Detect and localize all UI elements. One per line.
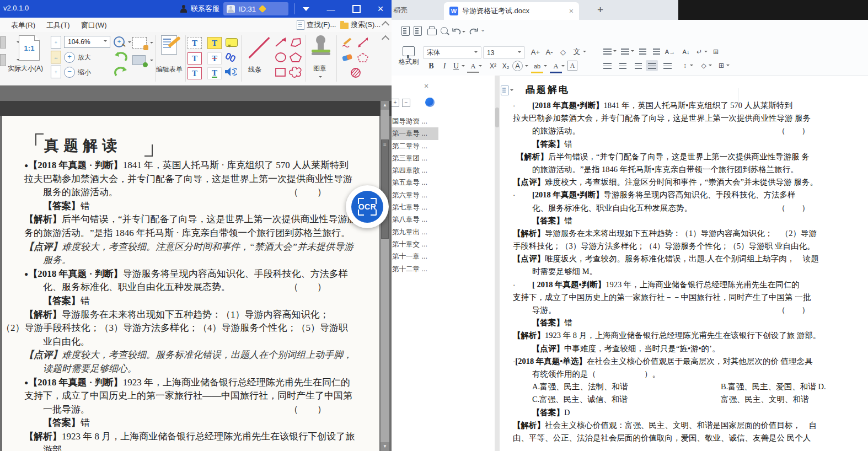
- paragraph-mark-icon[interactable]: ↵: [693, 46, 705, 57]
- subscript-icon[interactable]: X₂: [500, 61, 512, 72]
- font-color-icon[interactable]: A: [550, 61, 562, 73]
- arrow-shape-icon[interactable]: [274, 37, 287, 48]
- hatched-shape-icon[interactable]: [349, 67, 363, 79]
- number-caret[interactable]: [631, 50, 634, 53]
- pinyin-caret[interactable]: [583, 51, 586, 54]
- underline-icon[interactable]: U: [450, 61, 462, 72]
- scroll-down-icon[interactable]: ▼: [381, 442, 389, 451]
- font-name-select[interactable]: 宋体: [423, 46, 481, 59]
- fit-width-icon[interactable]: ↔: [51, 51, 61, 63]
- pentagon-shape-icon[interactable]: [289, 52, 302, 63]
- snapshot-icon[interactable]: [132, 37, 147, 49]
- rectangle-shape-icon[interactable]: [274, 67, 287, 78]
- borders-caret[interactable]: [726, 65, 730, 68]
- font-size-select[interactable]: 13: [483, 46, 525, 59]
- superscript-icon[interactable]: X²: [487, 61, 499, 72]
- menu-item[interactable]: 表单(R): [11, 20, 35, 30]
- print-icon[interactable]: [427, 26, 437, 35]
- distribute-icon[interactable]: [661, 60, 673, 71]
- menu-item[interactable]: 工具(T): [46, 20, 70, 30]
- redo-icon[interactable]: [114, 66, 128, 78]
- numbered-list-icon[interactable]: [619, 46, 631, 57]
- shading-icon[interactable]: ◇: [698, 60, 710, 71]
- actual-size-label[interactable]: 实际大小(A): [8, 64, 43, 73]
- edit-form-icon[interactable]: [161, 35, 177, 55]
- cutoff-tool-icon[interactable]: [0, 36, 6, 49]
- color-caret[interactable]: [561, 65, 565, 68]
- align-left-icon[interactable]: [601, 60, 613, 71]
- borders-icon[interactable]: ⊞: [715, 60, 727, 71]
- increase-font-icon[interactable]: A+: [529, 46, 542, 57]
- measure-arrow-icon[interactable]: [356, 37, 369, 48]
- snapshot-caret[interactable]: [150, 42, 153, 45]
- zoom-caret[interactable]: [128, 41, 131, 45]
- ocr-float-button[interactable]: OCR: [346, 185, 389, 228]
- align-center-icon[interactable]: [617, 60, 629, 71]
- text-direction-icon[interactable]: A→: [664, 46, 676, 57]
- bold-icon[interactable]: B: [425, 61, 437, 72]
- scrollbar-thumb[interactable]: [381, 139, 389, 239]
- clear-format-icon[interactable]: ◇: [557, 46, 569, 57]
- menu-item[interactable]: 窗口(W): [81, 20, 107, 30]
- zoom-out-button[interactable]: − 缩小: [64, 67, 91, 78]
- attachment-link-icon[interactable]: [225, 52, 236, 62]
- text-field-arrow-icon[interactable]: T: [187, 67, 202, 79]
- edit-form-label[interactable]: 编辑表单: [156, 65, 183, 74]
- format-painter-button[interactable]: 格式刷: [397, 46, 421, 67]
- shading-caret[interactable]: [709, 65, 712, 68]
- comment-bubble-icon[interactable]: [226, 38, 238, 47]
- image-text-icon[interactable]: [132, 55, 146, 65]
- ruler-icon[interactable]: ⊞: [710, 46, 722, 57]
- scanned-page[interactable]: 真题解读 ●【2018 年真题 · 判断】1841 年，英国人托马斯 · 库克组…: [2, 116, 379, 451]
- strikeout-text-icon[interactable]: T: [207, 52, 222, 65]
- left-doc-scrollbar[interactable]: ▲ ▼: [381, 101, 389, 451]
- char-effects-icon[interactable]: A: [512, 61, 523, 71]
- line-tool-icon[interactable]: [246, 36, 269, 60]
- find-button[interactable]: 查找(F)...: [297, 19, 336, 30]
- justify-icon[interactable]: [646, 60, 658, 71]
- circle-shape-icon[interactable]: [274, 52, 287, 63]
- background-tab-docer[interactable]: 稻壳: [393, 6, 408, 15]
- underline-caret[interactable]: [462, 65, 465, 68]
- stamp-caret[interactable]: [319, 76, 322, 79]
- collapse-toolbar-icon[interactable]: [382, 35, 389, 43]
- print-preview-icon[interactable]: [441, 26, 450, 35]
- ustyle-caret[interactable]: [479, 65, 482, 68]
- spacing-caret[interactable]: [690, 65, 693, 68]
- maximize-button[interactable]: [345, 0, 367, 18]
- cloud-shape-icon[interactable]: [289, 67, 302, 78]
- decrease-indent-icon[interactable]: [636, 46, 649, 57]
- eraser-icon[interactable]: [341, 52, 354, 63]
- redo-icon[interactable]: [469, 27, 479, 36]
- underline-style-icon[interactable]: A: [467, 61, 479, 73]
- marquee-zoom-icon[interactable]: +: [114, 36, 125, 47]
- fit-page-icon[interactable]: +: [51, 36, 61, 49]
- titlebar-dropdown-button[interactable]: [295, 0, 317, 18]
- close-button[interactable]: ×: [369, 0, 392, 18]
- cutoff-tool-icon-2[interactable]: [0, 54, 6, 66]
- polyline-shape-icon[interactable]: [289, 37, 302, 48]
- fx-caret[interactable]: [525, 65, 528, 68]
- text-field-grid-icon[interactable]: T: [187, 37, 202, 49]
- imgtext-caret[interactable]: [150, 60, 153, 63]
- contact-support-button[interactable]: 联系客服: [180, 2, 219, 15]
- quick-access-more-icon[interactable]: ⌄: [480, 26, 485, 33]
- stamp-tool-label[interactable]: 图章: [313, 64, 326, 73]
- document-tab[interactable]: W 导游资格证考试.docx ×: [444, 2, 579, 20]
- line-tool-label[interactable]: 线条: [248, 65, 261, 74]
- undo-icon[interactable]: [114, 51, 128, 63]
- actual-size-icon[interactable]: 1:1: [19, 35, 40, 61]
- stamp-tool-icon[interactable]: [312, 35, 330, 57]
- bullet-caret[interactable]: [613, 50, 617, 53]
- export-pdf-icon[interactable]: [414, 26, 423, 35]
- wps-document[interactable]: 晶题解电 ·[2018 年真题•判断】1841 年，英国人托马斯•库克组织了 5…: [389, 76, 868, 451]
- search-button[interactable]: 搜索(S)...: [340, 19, 381, 30]
- undo-caret[interactable]: [462, 31, 465, 34]
- bullet-list-icon[interactable]: [601, 46, 613, 57]
- new-tab-button[interactable]: +: [597, 4, 603, 16]
- user-id-badge[interactable]: ID:31: [223, 2, 288, 15]
- zoom-level-select[interactable]: 104.6%: [64, 36, 110, 48]
- line-spacing-icon[interactable]: ↕: [679, 60, 691, 71]
- sort-icon[interactable]: A↓: [680, 46, 692, 57]
- save-icon[interactable]: [401, 26, 411, 35]
